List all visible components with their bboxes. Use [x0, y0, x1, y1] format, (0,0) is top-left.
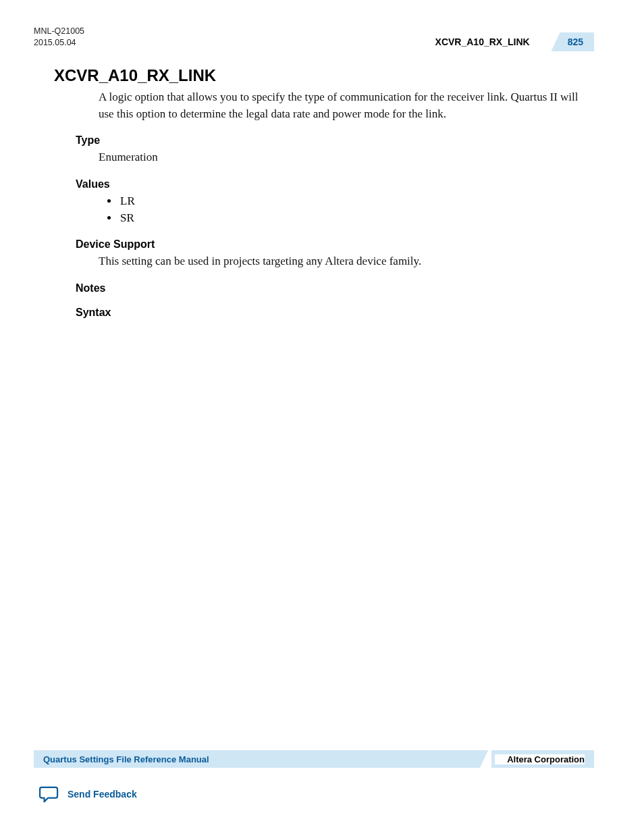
- doc-id: MNL-Q21005: [34, 26, 84, 37]
- section-device-support-label: Device Support: [76, 238, 594, 251]
- footer-manual-link[interactable]: Quartus Settings File Reference Manual: [43, 754, 209, 764]
- page-title: XCVR_A10_RX_LINK: [54, 66, 594, 85]
- speech-bubble-icon: [39, 785, 59, 803]
- section-notes-label: Notes: [76, 282, 594, 294]
- page-header: MNL-Q21005 2015.05.04 XCVR_A10_RX_LINK 8…: [34, 26, 594, 51]
- list-item: SR: [119, 210, 594, 227]
- header-left: MNL-Q21005 2015.05.04: [34, 26, 84, 49]
- page-number-badge: 825: [549, 32, 594, 51]
- page-container: MNL-Q21005 2015.05.04 XCVR_A10_RX_LINK 8…: [0, 0, 644, 834]
- section-values-label: Values: [76, 178, 594, 190]
- doc-date: 2015.05.04: [34, 37, 84, 49]
- section-device-support-body: This setting can be used in projects tar…: [99, 253, 594, 270]
- send-feedback-link[interactable]: Send Feedback: [68, 789, 137, 800]
- send-feedback[interactable]: Send Feedback: [39, 785, 137, 803]
- list-item: LR: [119, 193, 594, 210]
- section-type-body: Enumeration: [99, 149, 594, 166]
- running-title: XCVR_A10_RX_LINK: [435, 36, 530, 47]
- footer-company: Altera Corporation: [495, 754, 585, 764]
- values-list: LR SR: [119, 193, 594, 226]
- section-type-label: Type: [76, 134, 594, 147]
- section-syntax-label: Syntax: [76, 307, 594, 319]
- intro-paragraph: A logic option that allows you to specif…: [99, 89, 594, 122]
- header-right: XCVR_A10_RX_LINK 825: [435, 32, 594, 51]
- footer-bar: Quartus Settings File Reference Manual A…: [34, 750, 594, 768]
